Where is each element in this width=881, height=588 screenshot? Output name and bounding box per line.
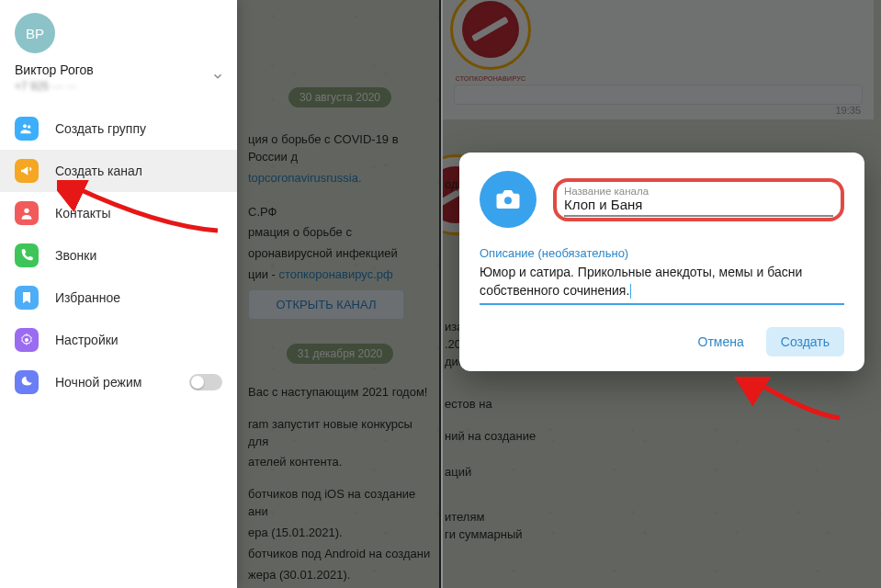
menu-contacts[interactable]: Контакты xyxy=(0,192,237,234)
field-value: Клоп и Баня xyxy=(564,197,833,212)
menu-drawer: BP Виктор Рогов +7 925 ···· ··· Создать … xyxy=(0,0,237,588)
profile-name: Виктор Рогов xyxy=(15,62,94,77)
phone-icon xyxy=(15,243,39,267)
menu-night-mode[interactable]: Ночной режим xyxy=(0,361,237,403)
megaphone-icon xyxy=(15,159,39,183)
description-value: Юмор и сатира. Прикольные анекдоты, мемы… xyxy=(480,265,802,298)
menu-label: Ночной режим xyxy=(55,375,141,390)
channel-name-field[interactable]: Название канала Клоп и Баня xyxy=(553,178,844,221)
svg-point-3 xyxy=(25,338,28,342)
menu-label: Создать канал xyxy=(55,164,142,178)
camera-icon xyxy=(494,186,522,213)
profile-phone: +7 925 ···· ··· xyxy=(15,80,94,93)
menu-saved[interactable]: Избранное xyxy=(0,277,237,319)
moon-icon xyxy=(15,370,39,394)
description-input[interactable]: Юмор и сатира. Прикольные анекдоты, мемы… xyxy=(480,264,844,305)
user-icon xyxy=(15,201,39,225)
menu-create-group[interactable]: Создать группу xyxy=(0,107,237,150)
create-button[interactable]: Создать xyxy=(766,327,844,356)
svg-point-2 xyxy=(24,209,28,213)
create-channel-modal: Название канала Клоп и Баня Описание (не… xyxy=(459,153,864,371)
svg-point-0 xyxy=(23,124,27,128)
menu-settings[interactable]: Настройки xyxy=(0,319,237,361)
menu-label: Контакты xyxy=(55,206,110,220)
group-icon xyxy=(15,117,39,141)
menu-create-channel[interactable]: Создать канал xyxy=(0,150,237,192)
menu-label: Создать группу xyxy=(55,121,146,136)
left-screen: 30 августа 2020 ция о борьбе с COVID-19 … xyxy=(0,0,441,588)
menu-label: Настройки xyxy=(55,333,119,347)
gear-icon xyxy=(15,328,39,352)
description-label: Описание (необязательно) xyxy=(480,246,844,260)
avatar[interactable]: BP xyxy=(15,13,55,53)
right-screen: СТОПКОРОНАВИРУС 19:35 од иза .20 дис ест… xyxy=(443,0,881,588)
menu-calls[interactable]: Звонки xyxy=(0,234,237,277)
menu-label: Избранное xyxy=(55,290,120,305)
field-label: Название канала xyxy=(564,186,833,197)
profile-row[interactable]: Виктор Рогов +7 925 ···· ··· xyxy=(0,62,237,107)
night-toggle[interactable] xyxy=(189,374,222,390)
cancel-button[interactable]: Отмена xyxy=(683,327,759,356)
svg-point-1 xyxy=(28,125,30,128)
chevron-down-icon xyxy=(211,70,224,86)
svg-point-4 xyxy=(504,197,512,204)
set-photo-button[interactable] xyxy=(480,171,537,228)
bookmark-icon xyxy=(15,286,39,310)
menu-label: Звонки xyxy=(55,248,96,263)
